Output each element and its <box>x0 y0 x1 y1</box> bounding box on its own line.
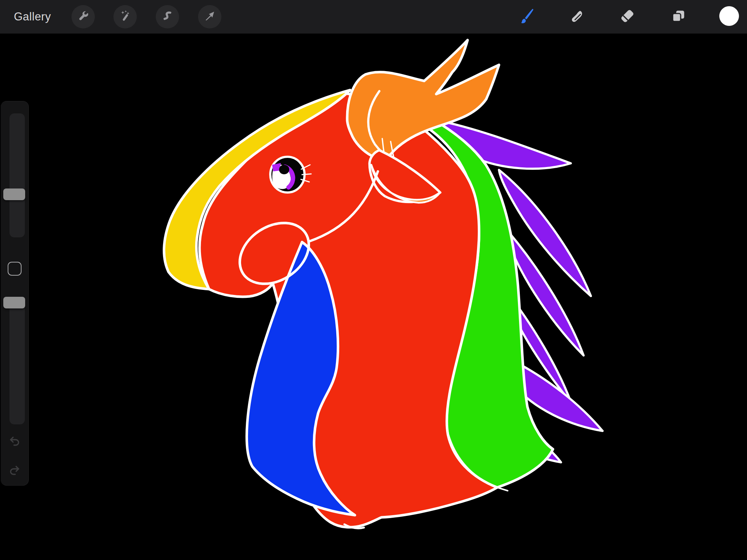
color-button[interactable] <box>719 0 740 34</box>
smudge-tool-button[interactable] <box>568 0 587 34</box>
selection-button[interactable] <box>156 5 179 28</box>
brush-sidebar <box>1 101 29 486</box>
transform-arrow-icon <box>204 10 216 24</box>
drawing-canvas[interactable] <box>0 0 747 560</box>
modify-button[interactable] <box>8 262 22 276</box>
procreate-app: { "toolbar": { "gallery_label": "Gallery… <box>0 0 747 560</box>
paint-tool-button[interactable] <box>515 0 538 34</box>
eraser-icon <box>619 8 635 26</box>
wrench-icon <box>77 10 89 24</box>
redo-arrow-icon <box>7 473 22 479</box>
opacity-slider[interactable] <box>9 298 25 424</box>
erase-tool-button[interactable] <box>618 0 637 34</box>
layers-button[interactable] <box>669 0 688 34</box>
selection-s-icon <box>161 10 174 24</box>
gallery-button[interactable]: Gallery <box>14 0 51 34</box>
redo-button[interactable] <box>7 463 22 478</box>
transform-button[interactable] <box>198 5 221 28</box>
brush-size-handle[interactable] <box>3 188 25 200</box>
smudge-icon <box>569 8 585 26</box>
opacity-handle[interactable] <box>3 297 25 308</box>
brush-size-slider[interactable] <box>9 113 25 237</box>
undo-arrow-icon <box>7 444 22 450</box>
undo-button[interactable] <box>7 434 22 449</box>
layers-icon <box>671 8 686 25</box>
magic-wand-icon <box>119 10 131 24</box>
eye-pupil <box>279 165 289 174</box>
top-toolbar: Gallery <box>0 0 747 34</box>
adjustments-button[interactable] <box>113 5 137 28</box>
actions-button[interactable] <box>71 5 95 28</box>
paintbrush-icon <box>517 7 535 27</box>
color-circle-icon <box>719 6 739 28</box>
